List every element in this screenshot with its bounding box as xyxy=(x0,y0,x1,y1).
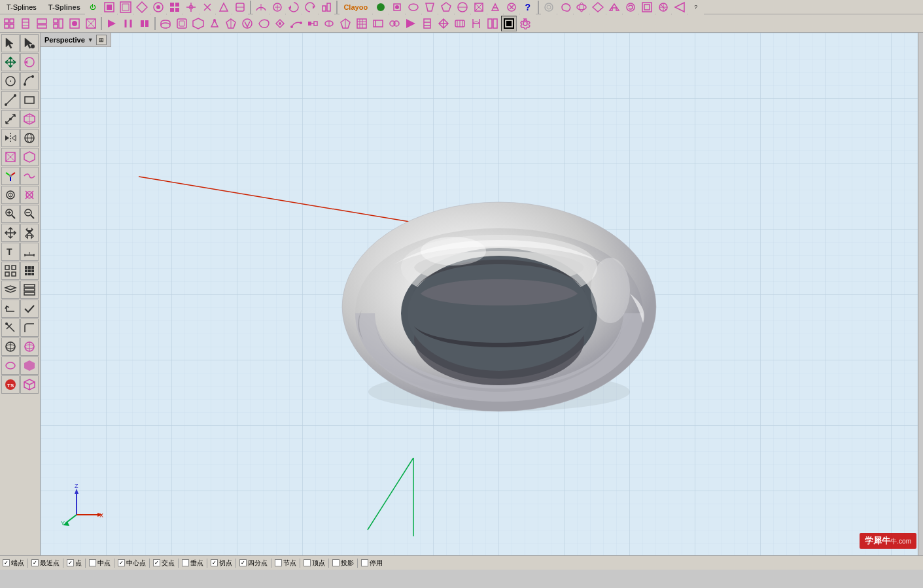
layers-btn[interactable] xyxy=(1,281,20,299)
tb2-28[interactable] xyxy=(452,16,468,31)
arc-btn[interactable] xyxy=(20,72,39,90)
tb2-4[interactable] xyxy=(50,16,66,31)
snap-mid-checkbox[interactable] xyxy=(89,559,96,566)
tb-btn-6[interactable] xyxy=(183,0,199,14)
tb-clay-9[interactable] xyxy=(504,0,519,14)
tb2-11[interactable] xyxy=(174,16,190,31)
select-arrow-btn[interactable] xyxy=(1,34,20,52)
fillet-btn[interactable] xyxy=(20,319,39,337)
tb2-14[interactable] xyxy=(223,16,239,31)
tb2-30[interactable] xyxy=(485,16,500,31)
tb-extra-2[interactable] xyxy=(557,0,573,14)
power-btn[interactable]: ⏻ xyxy=(85,0,101,14)
rotate-3d-btn[interactable] xyxy=(20,53,39,71)
check-btn[interactable] xyxy=(20,300,39,318)
tb2-13[interactable] xyxy=(207,16,222,31)
grid-btn[interactable] xyxy=(1,262,20,280)
tb2-8[interactable] xyxy=(120,16,136,31)
magnify-btn[interactable] xyxy=(1,205,20,223)
tb-btn-11[interactable] xyxy=(270,0,285,14)
move-btn[interactable] xyxy=(1,53,20,71)
snap-vertex-checkbox[interactable] xyxy=(304,559,311,566)
viewport[interactable]: Perspective ▼ ⊞ xyxy=(41,33,923,555)
tb2-24[interactable] xyxy=(387,16,402,31)
line-btn[interactable] xyxy=(1,91,20,109)
tb2-gear[interactable] xyxy=(517,16,533,31)
tb-btn-3[interactable] xyxy=(134,0,150,14)
tb-clay-1[interactable] xyxy=(373,0,389,14)
tb2-7[interactable] xyxy=(104,16,120,31)
tb2-29[interactable] xyxy=(468,16,484,31)
dot-small-btn[interactable] xyxy=(20,205,39,223)
viewport-maximize-btn[interactable]: ⊞ xyxy=(96,35,107,45)
tb-help[interactable]: ? xyxy=(520,0,536,14)
tb-extra-8[interactable] xyxy=(655,0,671,14)
snap-intersect-checkbox[interactable]: ✓ xyxy=(153,559,160,566)
tb-extra-5[interactable] xyxy=(606,0,622,14)
pan-btn[interactable] xyxy=(1,224,20,242)
tb2-26[interactable] xyxy=(419,16,435,31)
rect-btn[interactable] xyxy=(20,91,39,109)
tb2-23[interactable] xyxy=(370,16,386,31)
gumball-btn[interactable] xyxy=(1,167,20,185)
tb2-9[interactable] xyxy=(137,16,152,31)
tb-btn-7[interactable] xyxy=(200,0,215,14)
menu-tsplines[interactable]: T-Splines xyxy=(3,3,41,12)
solid-btn[interactable] xyxy=(20,356,39,375)
snap-quad-checkbox[interactable]: ✓ xyxy=(239,559,247,566)
tb2-21[interactable] xyxy=(338,16,353,31)
tb2-15[interactable] xyxy=(239,16,255,31)
tb-extra-9[interactable] xyxy=(672,0,688,14)
soft-move-btn[interactable] xyxy=(1,186,20,204)
tb-extra-1[interactable] xyxy=(541,0,557,14)
tb2-2[interactable] xyxy=(18,16,33,31)
snap-knot-checkbox[interactable] xyxy=(275,559,282,566)
tb2-19[interactable] xyxy=(305,16,321,31)
tb-extra-6[interactable] xyxy=(623,0,638,14)
tb-extra-4[interactable] xyxy=(590,0,606,14)
disable-checkbox[interactable] xyxy=(361,559,368,566)
tb-clay-4[interactable] xyxy=(422,0,438,14)
tb-extra-7[interactable] xyxy=(639,0,655,14)
clayoo-btn[interactable]: Clayoo xyxy=(340,0,372,14)
tb2-1[interactable] xyxy=(1,16,17,31)
tb-extra-3[interactable] xyxy=(574,0,589,14)
scale-btn[interactable] xyxy=(1,110,20,128)
select-point-btn[interactable] xyxy=(20,34,39,52)
pink-cube-btn[interactable] xyxy=(20,110,39,128)
tb-btn-14[interactable] xyxy=(319,0,334,14)
tb2-25[interactable] xyxy=(403,16,419,31)
mirror-btn[interactable] xyxy=(1,129,20,147)
pink-box-btn[interactable] xyxy=(1,148,20,166)
world-btn[interactable] xyxy=(20,129,39,147)
history-btn[interactable] xyxy=(1,300,20,318)
tb-extra-10[interactable]: ? xyxy=(688,0,704,14)
snap-point-checkbox[interactable]: ✓ xyxy=(67,559,74,566)
snap-center-checkbox[interactable]: ✓ xyxy=(118,559,125,566)
tb2-6[interactable] xyxy=(83,16,99,31)
flow-btn[interactable] xyxy=(20,167,39,185)
tb2-18[interactable] xyxy=(288,16,304,31)
tb-clay-8[interactable] xyxy=(487,0,503,14)
tb-clay-2[interactable] xyxy=(389,0,405,14)
snap-perp-checkbox[interactable] xyxy=(182,559,189,566)
prop-btn[interactable] xyxy=(20,281,39,299)
tb2-22[interactable] xyxy=(354,16,370,31)
tb-clay-6[interactable] xyxy=(455,0,470,14)
tb2-10[interactable] xyxy=(158,16,173,31)
circle-btn[interactable] xyxy=(1,72,20,90)
attract-btn[interactable] xyxy=(20,186,39,204)
tb-clay-7[interactable] xyxy=(471,0,487,14)
tb-btn-4[interactable] xyxy=(150,0,166,14)
snap-near-checkbox[interactable]: ✓ xyxy=(31,559,39,566)
globe-btn[interactable] xyxy=(1,337,20,356)
tb-btn-12[interactable] xyxy=(286,0,302,14)
knife-btn[interactable] xyxy=(1,319,20,337)
right-resize-handle[interactable] xyxy=(918,33,923,555)
tb-btn-1[interactable] xyxy=(101,0,117,14)
pipe-btn[interactable] xyxy=(1,356,20,375)
tb-clay-3[interactable] xyxy=(406,0,421,14)
tb-btn-5[interactable] xyxy=(167,0,183,14)
ts-logo-btn[interactable]: TS xyxy=(1,375,20,394)
text-btn[interactable]: T xyxy=(1,243,20,261)
